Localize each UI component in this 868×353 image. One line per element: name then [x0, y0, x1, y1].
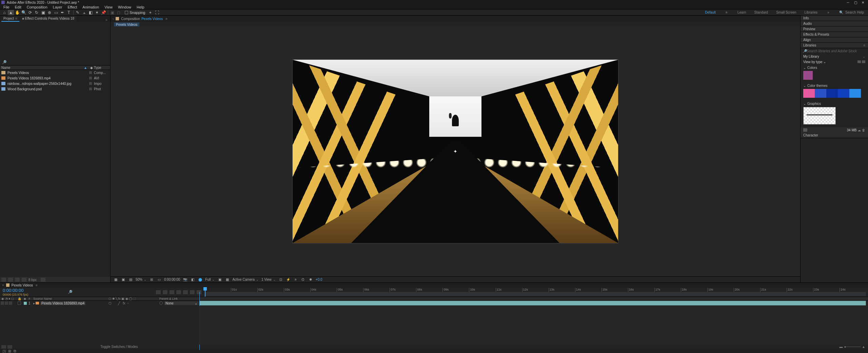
menu-view[interactable]: View [102, 5, 115, 9]
libraries-search[interactable]: 🔎 Search libraries and Adobe Stock [801, 48, 868, 54]
hand-tool[interactable]: ✋ [14, 10, 20, 15]
maximize-button[interactable]: ▢ [852, 0, 859, 4]
collapse-switch[interactable] [113, 301, 117, 305]
toggle-alpha-button[interactable]: ▦ [113, 278, 118, 282]
close-tab-icon[interactable]: × [2, 283, 4, 287]
panel-preview[interactable]: Preview [801, 26, 868, 32]
composition-viewport[interactable]: ✦ [111, 26, 800, 276]
project-item[interactable]: Pexels VideosComp... [0, 70, 110, 75]
column-name[interactable]: Name [1, 66, 84, 70]
snap-opt-1[interactable]: ⌖ [147, 10, 154, 15]
panel-audio[interactable]: Audio [801, 21, 868, 26]
tab-project[interactable]: Project≡ [1, 16, 19, 22]
grid-view-icon[interactable] [857, 60, 861, 63]
views-dropdown[interactable]: 1 View⌄ [261, 278, 276, 281]
status-icon[interactable]: ⧉ [13, 349, 17, 353]
clone-tool[interactable]: ⟁ [81, 10, 87, 15]
menu-help[interactable]: Help [134, 5, 147, 9]
render-time-button[interactable] [197, 290, 201, 294]
list-view-icon[interactable] [862, 60, 865, 63]
panel-overflow-icon[interactable]: » [104, 18, 109, 22]
workspace-overflow-icon[interactable]: » [826, 11, 831, 14]
flowchart-button[interactable]: ⌬ [301, 278, 305, 282]
adjustment-switch[interactable] [137, 301, 140, 305]
toggle-safezone-button[interactable]: ⊞ [149, 278, 154, 282]
project-item[interactable]: Wood Background.psdPhot [0, 86, 110, 92]
interpret-footage-button[interactable] [1, 278, 6, 282]
bit-depth[interactable]: 8 bpc [28, 278, 37, 282]
project-settings-button[interactable] [22, 278, 26, 282]
panel-libraries[interactable]: Libraries≡ [801, 43, 868, 48]
workspace-libraries[interactable]: Libraries [805, 11, 817, 14]
zoom-out-icon[interactable]: ▬ [840, 345, 843, 349]
nav-back-icon[interactable]: ‹ [113, 17, 114, 21]
stroke-swatch[interactable]: ◻ [116, 10, 122, 15]
panel-info[interactable]: Info [801, 16, 868, 21]
timeline-button[interactable]: ≡ [293, 278, 298, 282]
video-toggle[interactable] [1, 301, 4, 305]
shape-tool[interactable]: ▭ [53, 10, 59, 15]
toggle-switches-button[interactable] [1, 345, 6, 349]
orbit-tool[interactable]: ⟳ [27, 10, 33, 15]
brush-tool[interactable]: ✎ [75, 10, 81, 15]
pen-tool[interactable]: ✒ [59, 10, 65, 15]
snapping-checkbox[interactable] [125, 11, 128, 14]
layer-label[interactable] [24, 302, 27, 305]
snapshot-button[interactable]: 📷 [183, 278, 188, 282]
transparency-grid-button[interactable]: ▦ [225, 278, 230, 282]
motion-blur-button[interactable] [176, 290, 181, 294]
zoom-slider[interactable]: ●────── [844, 345, 861, 349]
parent-dropdown[interactable]: None⌄ [164, 301, 199, 305]
section-colors[interactable]: ⌄Colors [803, 66, 865, 70]
menu-window[interactable]: Window [115, 5, 134, 9]
pickwhip-icon[interactable] [159, 301, 163, 305]
selection-tool[interactable]: ▲ [8, 10, 14, 15]
menu-layer[interactable]: Layer [50, 5, 65, 9]
color-swatch[interactable] [803, 71, 813, 80]
layer-name[interactable]: Pexels Videos 1826893.mp4 [40, 301, 85, 305]
pan-behind-tool[interactable]: ⊕ [46, 10, 53, 15]
frame-blend-button[interactable] [170, 290, 174, 294]
new-comp-button[interactable] [15, 278, 20, 282]
zoom-in-icon[interactable]: ▲ [862, 345, 865, 349]
tab-menu-icon[interactable]: ≡ [165, 17, 167, 21]
type-tool[interactable]: T [66, 10, 72, 15]
new-folder-button[interactable] [8, 278, 13, 282]
composition-frame[interactable]: ✦ [293, 60, 618, 243]
library-picker[interactable]: My Library⌄ [801, 54, 868, 59]
project-item[interactable]: rainbow...ndrops-wallpaper-2560x1440.jpg… [0, 81, 110, 86]
minimize-button[interactable]: ─ [844, 0, 852, 4]
puppet-tool[interactable]: 📌 [100, 10, 106, 15]
project-search[interactable]: 🔎 [0, 59, 110, 65]
motion-blur-switch[interactable] [132, 301, 136, 305]
panel-menu-icon[interactable]: ≡ [863, 43, 865, 47]
menu-file[interactable]: File [1, 5, 12, 9]
timeline-search[interactable]: 🔎 [68, 290, 156, 294]
exposure-value[interactable]: +0.0 [316, 278, 322, 281]
time-ruler[interactable]: 01s02s03s04s05s06s07s08s09s10s11s12s13s1… [205, 288, 868, 297]
frame-blend-switch[interactable]: ▫ [127, 301, 131, 305]
project-items-list[interactable]: Pexels VideosComp... Pexels Videos 18268… [0, 70, 110, 277]
zoom-tool[interactable]: 🔍 [21, 10, 27, 15]
search-help[interactable]: 🔍 Search Help [839, 11, 864, 14]
workspace-menu-icon[interactable]: ≡ [724, 11, 729, 14]
section-color-themes[interactable]: ⌄Color themes [803, 84, 865, 88]
3d-switch[interactable] [142, 301, 145, 305]
resolution-dropdown[interactable]: Full⌄ [205, 278, 215, 281]
cloud-sync-icon[interactable]: ☁ [857, 128, 861, 132]
workspace-standard[interactable]: Standard [754, 11, 768, 14]
trash-icon[interactable]: 🗑 [862, 128, 865, 132]
rotate-tool[interactable]: ↻ [34, 10, 40, 15]
section-graphics[interactable]: ⌄Graphics [803, 102, 865, 106]
tab-menu-icon[interactable]: ≡ [36, 283, 38, 287]
audio-toggle[interactable] [5, 301, 8, 305]
zoom-dropdown[interactable]: 50%⌄ [136, 278, 146, 281]
toggle-modes-button[interactable] [7, 345, 12, 349]
menu-composition[interactable]: Composition [24, 5, 50, 9]
panel-effects-presets[interactable]: Effects & Presets [801, 32, 868, 37]
timeline-tab[interactable]: Pexels Videos [12, 283, 33, 287]
column-label[interactable]: ◆ [89, 66, 94, 70]
current-timecode[interactable]: 0:00:00:00 [164, 278, 180, 281]
status-icon[interactable]: ◳ [2, 349, 6, 353]
timeline-track-area[interactable] [199, 306, 868, 345]
